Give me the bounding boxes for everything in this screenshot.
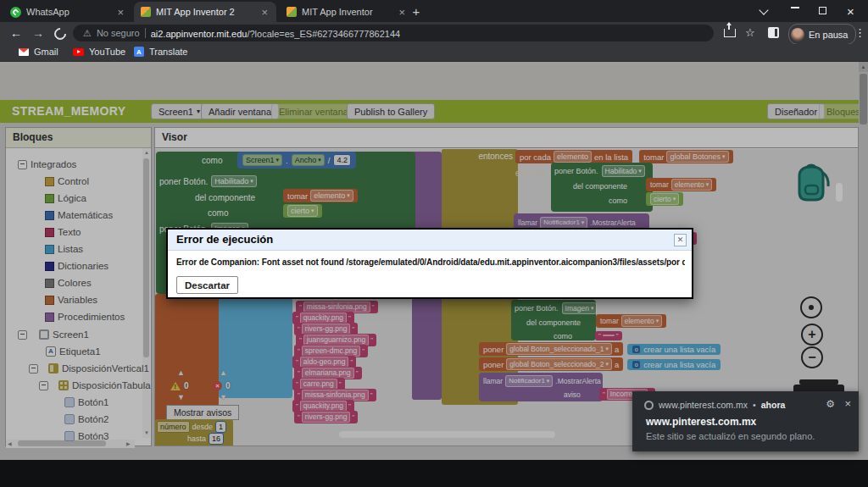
error-dialog-message: Error de Companion: Font asset not found… xyxy=(176,257,685,267)
bookmark-translate[interactable]: ATranslate xyxy=(134,47,187,57)
divider xyxy=(145,28,146,38)
notification-body: Este sitio se actualizó en segundo plano… xyxy=(646,431,815,441)
window-maximize-button[interactable] xyxy=(819,7,826,14)
dialog-close-icon[interactable]: ✕ xyxy=(674,234,687,246)
url-path[interactable]: /?locale=es_ES#6273466777862144 xyxy=(247,29,400,39)
bookmark-label: YouTube xyxy=(89,47,125,57)
window-close-button[interactable]: × xyxy=(847,4,854,19)
translate-icon: A xyxy=(134,47,144,57)
bookmark-star-icon[interactable]: ☆ xyxy=(745,26,755,39)
dismiss-button[interactable]: Descartar xyxy=(176,276,238,294)
notification-source: www.pinterest.com.mx xyxy=(659,400,748,410)
side-panel-icon[interactable] xyxy=(768,27,779,38)
site-notification[interactable]: www.pinterest.com.mx • ahora ⚙ × www.pin… xyxy=(632,391,859,451)
avatar xyxy=(791,28,804,42)
appinventor-favicon xyxy=(141,7,151,17)
gmail-icon xyxy=(19,48,29,56)
tab-2[interactable]: MIT App Inventor 2× xyxy=(134,2,276,22)
reload-icon[interactable] xyxy=(54,28,66,40)
notification-close-icon[interactable]: × xyxy=(844,397,851,410)
tab-title: WhatsApp xyxy=(26,7,110,17)
browser-menu-icon[interactable]: ⋮ xyxy=(854,26,865,39)
notification-title: www.pinterest.com.mx xyxy=(646,416,756,428)
browser-toolbar: ← → ⚠ No seguro ai2.appinventor.mit.edu/… xyxy=(0,22,868,44)
notification-bullet: • xyxy=(753,400,756,410)
chrome-notification-icon xyxy=(644,401,654,410)
profile-status: En pausa xyxy=(809,30,848,40)
error-dialog: Error de ejecución ✕ Error de Companion:… xyxy=(166,228,693,299)
youtube-icon xyxy=(73,48,84,56)
bookmark-gmail[interactable]: Gmail xyxy=(19,47,58,57)
notification-time: ahora xyxy=(761,400,786,410)
error-dialog-title: Error de ejecución xyxy=(168,230,692,251)
tab-close-icon[interactable]: × xyxy=(115,6,125,19)
tab-title: MIT App Inventor 2 xyxy=(156,7,254,17)
taskbar: Buscar A ? 19°C Mayorm. nubla... 09:51 p… xyxy=(0,460,868,487)
not-secure-icon: ⚠ xyxy=(83,28,92,39)
share-icon[interactable] xyxy=(724,29,736,37)
appinventor-favicon xyxy=(287,7,297,17)
tab-close-icon[interactable]: × xyxy=(259,6,270,19)
url-host[interactable]: ai2.appinventor.mit.edu xyxy=(151,29,248,39)
bookmark-youtube[interactable]: YouTube xyxy=(73,47,125,57)
bookmarks-bar: GmailYouTubeATranslate xyxy=(0,44,868,62)
bookmark-label: Translate xyxy=(149,47,187,57)
notification-settings-icon[interactable]: ⚙ xyxy=(826,398,835,410)
tab-3[interactable]: MIT App Inventor× xyxy=(280,2,414,22)
security-label[interactable]: No seguro xyxy=(97,28,140,38)
desktop: + × WhatsApp×MIT App Inventor 2×MIT App … xyxy=(0,0,868,487)
address-bar[interactable]: ⚠ No seguro ai2.appinventor.mit.edu/?loc… xyxy=(73,25,714,42)
tab-close-icon[interactable]: × xyxy=(397,6,407,19)
tab-1[interactable]: WhatsApp× xyxy=(3,2,132,22)
tab-title: MIT App Inventor xyxy=(302,7,392,17)
browser-tab-strip: + × WhatsApp×MIT App Inventor 2×MIT App … xyxy=(0,0,868,22)
bookmark-label: Gmail xyxy=(34,47,58,57)
forward-icon[interactable]: → xyxy=(32,26,44,40)
browser-menu-chevron-icon[interactable] xyxy=(760,7,767,14)
back-icon[interactable]: ← xyxy=(10,26,22,40)
window-minimize-button[interactable] xyxy=(791,3,799,8)
whatsapp-favicon xyxy=(10,7,21,18)
profile-button[interactable]: En pausa xyxy=(788,24,856,45)
